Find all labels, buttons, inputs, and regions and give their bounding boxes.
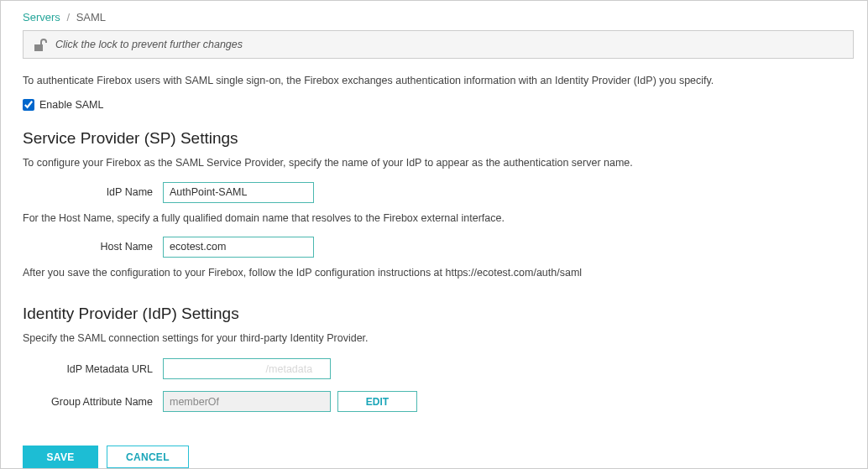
idp-name-input[interactable] — [163, 182, 314, 203]
metadata-url-row: IdP Metadata URL — [23, 358, 852, 379]
enable-saml-row: Enable SAML — [23, 99, 852, 111]
save-hint-text: After you save the configuration to your… — [23, 266, 852, 279]
save-button[interactable]: SAVE — [23, 446, 98, 468]
edit-button[interactable]: EDIT — [337, 391, 417, 412]
metadata-url-input[interactable] — [163, 358, 331, 379]
breadcrumb: Servers / SAML — [23, 11, 852, 23]
lock-bar: Click the lock to prevent further change… — [23, 30, 854, 59]
sp-settings-desc: To configure your Firebox as the SAML Se… — [23, 156, 852, 169]
unlock-icon[interactable] — [32, 36, 49, 53]
host-name-desc: For the Host Name, specify a fully quali… — [23, 211, 852, 225]
cancel-button[interactable]: CANCEL — [107, 446, 189, 468]
idp-name-row: IdP Name — [23, 182, 852, 203]
host-name-label: Host Name — [23, 241, 163, 253]
breadcrumb-servers-link[interactable]: Servers — [23, 11, 60, 23]
group-attribute-label: Group Attribute Name — [23, 396, 163, 408]
sp-settings-title: Service Provider (SP) Settings — [23, 129, 852, 148]
lock-message: Click the lock to prevent further change… — [55, 39, 243, 50]
enable-saml-label: Enable SAML — [39, 99, 103, 111]
breadcrumb-separator: / — [66, 11, 70, 23]
group-attribute-row: Group Attribute Name EDIT — [23, 391, 852, 412]
breadcrumb-current: SAML — [76, 11, 106, 23]
host-name-input[interactable] — [163, 237, 314, 258]
intro-text: To authenticate Firebox users with SAML … — [23, 74, 852, 87]
enable-saml-checkbox[interactable] — [23, 99, 34, 111]
action-buttons: SAVE CANCEL — [23, 446, 852, 468]
idp-name-label: IdP Name — [23, 186, 163, 198]
idp-settings-desc: Specify the SAML connection settings for… — [23, 331, 852, 345]
host-name-row: Host Name — [23, 237, 852, 258]
metadata-url-label: IdP Metadata URL — [23, 363, 163, 375]
group-attribute-input — [163, 391, 331, 412]
idp-settings-title: Identity Provider (IdP) Settings — [23, 305, 852, 323]
